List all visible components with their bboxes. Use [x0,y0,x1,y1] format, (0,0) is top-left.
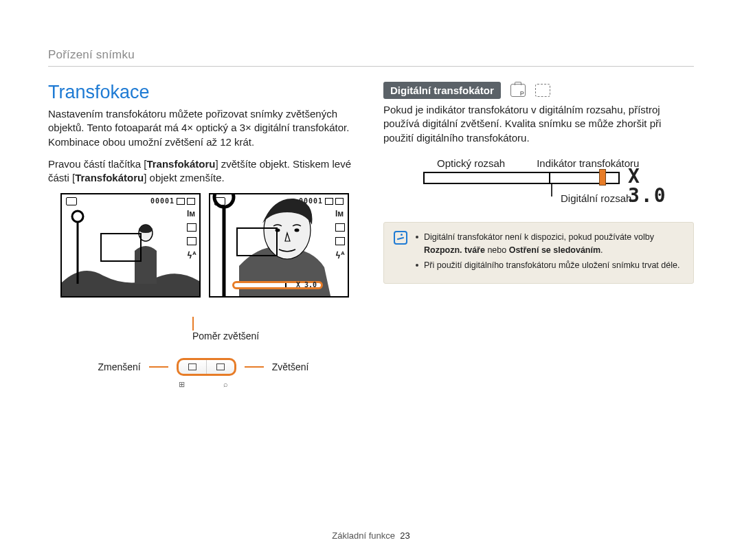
zoom-indicator-bar: X 3.0 [232,281,323,289]
note-item: Digitální transfokátor není k dispozici,… [416,231,684,257]
instr-text: Pravou částí tlačítka [ [48,158,146,170]
zoom-button-ref: Transfokátoru [75,172,144,183]
leader-line [551,184,552,197]
digital-range-segment [550,173,618,183]
battery-icon [187,198,195,205]
lcd-figure-group: 00001 Iм ϟA [48,193,359,341]
instruction-paragraph: Pravou částí tlačítka [Transfokátoru] zv… [48,157,359,186]
leader-line [245,366,264,368]
section-title: Transfokace [48,82,359,103]
frame-counter: 00001 [150,198,175,205]
sd-card-icon [177,198,185,205]
quality-icon [335,223,345,232]
lcd-wide-view: 00001 Iм ϟA [60,193,201,298]
lcd-zoomed-view: 00001 Iм ϟA [209,193,349,298]
footer-section: Základní funkce [332,530,395,541]
two-column-layout: Transfokace Nastavením transfokátoru můž… [48,82,694,389]
note-icon [394,231,407,245]
zoom-in-label: Zvětšení [272,361,309,372]
zoom-under-icons: ⊞ ⌕ [48,380,359,389]
lcd-side-icons: Iм ϟA [335,210,345,260]
page-footer: Základní funkce 23 [0,530,742,541]
zoom-range-track [423,172,620,184]
lcd-previews: 00001 Iм ϟA [60,193,359,298]
zoom-toggle-figure: Zmenšení Zvětšení [48,358,359,376]
resolution-icon: Iм [335,210,345,218]
note-box: Digitální transfokátor není k dispozici,… [383,222,694,284]
metering-icon [187,237,196,245]
page: Pořízení snímku Transfokace Nastavením t… [0,0,742,560]
camera-mode-p-icon: P [510,84,526,97]
instr-text: ] objekt zmenšíte. [144,172,225,183]
zoom-out-label: Zmenšení [98,361,141,372]
zoom-indicator-label: Indikátor transfokátoru [537,157,639,169]
digital-zoom-paragraph: Pokud je indikátor transfokátoru v digit… [383,103,694,145]
thumbnails-icon: ⊞ [179,380,185,389]
camera-mode-icon [66,197,77,205]
left-column: Transfokace Nastavením transfokátoru můž… [48,82,359,389]
right-column: Digitální transfokátor P Pokud je indiká… [383,82,694,389]
subsection-header: Digitální transfokátor P [383,82,694,99]
scene-lamp [70,208,85,284]
option-face-detect: Rozpozn. tváře [424,245,485,255]
leader-line [149,366,168,368]
zoom-ratio-text: X 3.0 [296,282,317,289]
zoom-range-bar: X 3.0 [423,172,684,184]
mode-p-letter: P [520,91,524,97]
quality-icon [187,223,196,232]
svg-point-7 [295,229,300,232]
zoom-out-button[interactable] [179,360,207,374]
zoom-multiplier-text: X 3.0 [628,167,684,205]
optical-range-label: Optický rozsah [437,157,505,169]
zoom-in-button[interactable] [207,360,234,374]
flash-icon: ϟA [335,251,345,260]
zoom-ratio-caption: Poměr zvětšení [192,317,359,341]
battery-icon [335,198,344,205]
lcd-status-bar: 00001 [66,197,195,205]
zoom-position-marker [599,169,606,186]
option-tracking-af: Ostření se sledováním [509,245,600,255]
af-frame [100,233,142,262]
svg-point-4 [214,193,234,207]
metering-icon [335,237,345,245]
svg-point-1 [72,211,83,222]
lcd-side-icons: Iм ϟA [187,210,196,260]
note-item: Při použití digitálního transfokátoru mů… [416,259,684,272]
zoom-range-figure: Optický rozsah Indikátor transfokátoru X… [423,157,694,204]
zoom-button-ref: Transfokátoru [146,158,215,170]
optical-range-segment [425,173,550,183]
scene-mode-icon [535,84,550,97]
resolution-icon: Iм [187,210,196,218]
zoom-in-icon [216,363,225,370]
magnifier-icon: ⌕ [223,380,228,389]
zoom-out-icon [188,363,196,370]
intro-paragraph: Nastavením transfokátoru můžete pořizova… [48,107,359,149]
zoom-rocker [177,358,236,376]
breadcrumb: Pořízení snímku [48,48,694,67]
af-frame [236,227,278,256]
subsection-tag: Digitální transfokátor [383,82,501,99]
page-number: 23 [400,530,409,541]
zoom-level [234,283,286,287]
note-list: Digitální transfokátor není k dispozici,… [416,231,684,275]
